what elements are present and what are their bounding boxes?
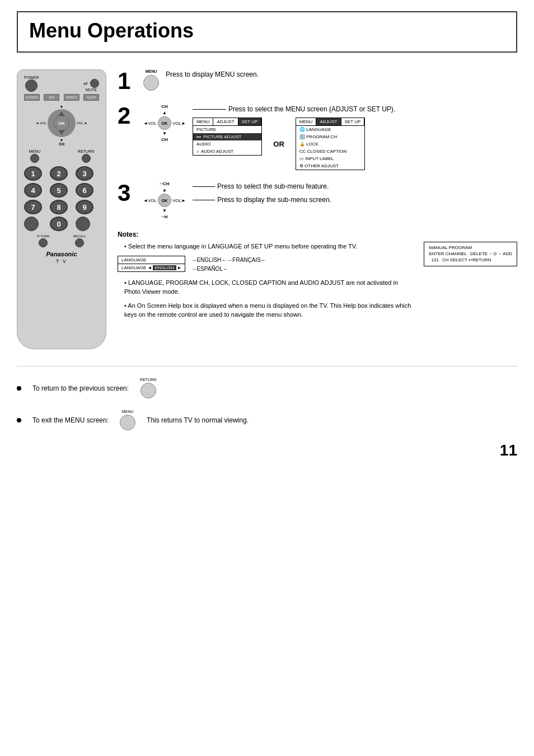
- remote-top-row: POWER ⇄ MUTE: [22, 76, 101, 92]
- setup-item-language: 🌐 LANGUAGE: [296, 126, 364, 133]
- step2-dpad: CH ▲ ◄VOL OK VOL► ▼ CH: [143, 104, 186, 142]
- num-5-button[interactable]: 5: [50, 183, 68, 198]
- menu-btn-label: MENU: [122, 410, 134, 414]
- number-grid: 1 2 3 4 5 6 7 8 9 0: [24, 166, 99, 231]
- num-6-button[interactable]: 6: [76, 183, 93, 198]
- step-3-content: ─CH ▲ ◄VOL OK VOL► ▼ ─H Press to select …: [143, 181, 517, 219]
- ok-button[interactable]: OK: [54, 115, 69, 131]
- menu-tab-setup: SET UP: [238, 118, 262, 125]
- step3-ch-label: ─CH: [160, 181, 169, 186]
- step3-up-arrow: ▲: [162, 187, 167, 192]
- ch-down-label: ▼: [60, 138, 64, 142]
- menu-item-audio-adjust: ♪ AUDIO ADJUST: [193, 148, 261, 155]
- num-empty-left-button[interactable]: [24, 217, 39, 231]
- return-bullet: [17, 386, 21, 391]
- step-2-text: Press to select the MENU screen (ADJUST …: [228, 104, 395, 114]
- sap-label: SAP: [49, 96, 54, 99]
- step3-vol-right: VOL►: [172, 198, 186, 203]
- num-1-button[interactable]: 1: [24, 166, 42, 181]
- setup-item-caption: CC CLOSED CAPTION: [296, 148, 364, 155]
- step-2-content: CH ▲ ◄VOL OK VOL► ▼ CH Press to select t…: [143, 104, 517, 170]
- step1-menu-label: MENU: [146, 69, 157, 73]
- step2-ch-bottom-label: CH: [161, 137, 168, 142]
- return-btn-label: RETURN: [140, 378, 156, 382]
- menu-result-text: This returns TV to normal viewing.: [147, 416, 249, 424]
- num-2-button[interactable]: 2: [50, 166, 68, 181]
- num-8-button[interactable]: 8: [50, 200, 68, 214]
- notes-title: Notes:: [118, 231, 517, 238]
- power-label: POWER: [24, 76, 39, 79]
- step-1-text: Press to display MENU screen.: [166, 69, 259, 79]
- help-box-line1: MANUAL PROGRAM: [429, 245, 512, 251]
- mute-label: MUTE: [86, 88, 97, 92]
- remote-control: POWER ⇄ MUTE TV/VIDEO SAP: [17, 69, 106, 349]
- return-remote-label: RETURN: [78, 149, 94, 153]
- step2-up-arrow: ▲: [162, 110, 167, 115]
- lang-box-title: LANGUAGE: [118, 256, 185, 264]
- vol-left-label: ◄ VOL: [35, 121, 46, 125]
- tv-video-button[interactable]: TV/VIDEO: [24, 94, 40, 101]
- ch-up-label: ▲: [60, 104, 64, 108]
- recall-button[interactable]: [75, 238, 84, 247]
- setup-item-program: 🔢 PROGRAM CH: [296, 133, 364, 140]
- sleep-label: SLEEP: [87, 96, 96, 99]
- or-label: OR: [273, 140, 284, 148]
- step-1-content: MENU Press to display MENU screen.: [143, 69, 517, 91]
- return-button[interactable]: [82, 154, 91, 163]
- sap-button[interactable]: SAP: [44, 94, 59, 101]
- menu-button[interactable]: [30, 154, 39, 163]
- notes-main-area: • Select the menu language in LANGUAGE o…: [118, 242, 517, 324]
- lang-box-item: LANGUAGE ◄ ENGLISH ►: [118, 264, 185, 271]
- num-4-button[interactable]: 4: [24, 183, 42, 198]
- menu-setup-tab-menu: MENU: [296, 118, 317, 125]
- tv-video-label: TV/VIDEO: [25, 96, 38, 99]
- aspect-label: ASPECT: [66, 96, 77, 99]
- num-7-button[interactable]: 7: [24, 200, 42, 214]
- main-content: POWER ⇄ MUTE TV/VIDEO SAP: [17, 69, 517, 349]
- num-empty-right-button[interactable]: [76, 217, 90, 231]
- step-3-text1: Press to select the sub-menu feature.: [217, 181, 329, 191]
- mute-button[interactable]: [90, 79, 99, 88]
- step1-mini-remote: MENU: [143, 69, 159, 91]
- tv-sub-label: T V: [22, 259, 101, 264]
- notes-text-area: • Select the menu language in LANGUAGE o…: [118, 242, 415, 324]
- instructions-area: 1 MENU Press to display MENU screen. 2 C…: [118, 69, 517, 349]
- return-btn-area: RETURN: [140, 378, 156, 398]
- power-area: POWER: [24, 76, 39, 92]
- step2-ok-btn: OK: [158, 116, 171, 130]
- menu-setup-header: MENU ADJUST SET UP: [296, 118, 364, 126]
- recall-label: RECALL: [73, 234, 86, 238]
- power-button[interactable]: [25, 79, 38, 92]
- menu-item-picture: PICTURE: [193, 126, 261, 133]
- menu-btn-circle[interactable]: [120, 415, 135, 430]
- return-btn-circle[interactable]: [140, 383, 156, 398]
- step2-ch-label: CH: [161, 104, 168, 109]
- note-1: • Select the menu language in LANGUAGE o…: [118, 242, 415, 251]
- step2-vol-right-label: VOL►: [172, 121, 186, 126]
- brand-label: Panasonic: [22, 251, 101, 257]
- num-3-button[interactable]: 3: [76, 166, 93, 181]
- page-title: Menu Operations: [29, 19, 505, 43]
- sleep-button[interactable]: SLEEP: [83, 94, 99, 101]
- dpad-area: ▲ ◄ VOL: [22, 104, 101, 146]
- step-3-text2: Press to display the sub-menu screen.: [217, 195, 331, 205]
- language-diagram: LANGUAGE LANGUAGE ◄ ENGLISH ► →ENGLISH←→…: [118, 256, 415, 274]
- note-2: • LANGUAGE, PROGRAM CH, LOCK, CLOSED CAP…: [118, 278, 415, 297]
- step-3-row: 3 ─CH ▲ ◄VOL OK VOL► ▼ ─H Press: [118, 181, 517, 219]
- help-box-line2: ENTER CHANNEL DELETE ←⊙→ ADD: [429, 251, 512, 257]
- num-9-button[interactable]: 9: [76, 200, 93, 214]
- aspect-button[interactable]: ASPECT: [64, 94, 79, 101]
- lang-selected: ENGLISH: [153, 265, 176, 270]
- menu-setup-screen: MENU ADJUST SET UP 🌐 LANGUAGE 🔢 PROGRAM …: [296, 118, 365, 170]
- step2-down-arrow: ▼: [162, 131, 167, 136]
- vol-right-area: VOL ►: [77, 121, 87, 125]
- ch-center-label: CH: [59, 142, 64, 146]
- remote-container: POWER ⇄ MUTE TV/VIDEO SAP: [17, 69, 106, 349]
- help-box-line3: 121 CH SELECT ↩RETURN: [429, 257, 512, 263]
- step3-ok-btn: OK: [158, 194, 171, 207]
- r-tune-button[interactable]: [39, 238, 48, 247]
- help-box: MANUAL PROGRAM ENTER CHANNEL DELETE ←⊙→ …: [424, 242, 517, 266]
- step-2-number: 2: [118, 104, 134, 128]
- step-1-number: 1: [118, 69, 134, 93]
- num-0-button[interactable]: 0: [50, 217, 68, 231]
